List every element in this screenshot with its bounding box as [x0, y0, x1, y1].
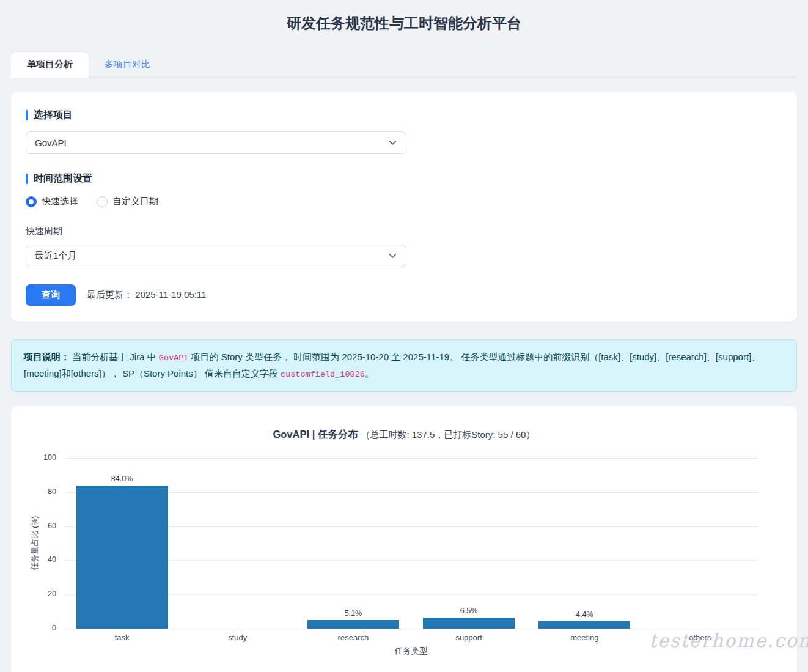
- page-title: 研发任务规范性与工时智能分析平台: [11, 0, 797, 33]
- chart-title-sub: （总工时数: 137.5，已打标Story: 55 / 60）: [361, 429, 535, 440]
- section-accent-bar: [26, 174, 28, 184]
- radio-unchecked-icon[interactable]: [97, 196, 108, 207]
- radio-quick-label: 快速选择: [42, 196, 78, 207]
- radio-quick-select[interactable]: 快速选择: [26, 196, 78, 207]
- filter-card: 选择项目 GovAPI 时间范围设置 快速选择 自定义日期 快速周期 最近1个月: [11, 92, 797, 322]
- x-category-label-task: task: [115, 633, 130, 642]
- x-category-label-research: research: [338, 633, 369, 642]
- gridline: [64, 629, 758, 629]
- y-tick-label: 100: [43, 453, 56, 462]
- tab-single-project[interactable]: 单项目分析: [11, 52, 89, 78]
- chart-title: GovAPI | 任务分布 （总工时数: 137.5，已打标Story: 55 …: [11, 428, 797, 441]
- quick-period-select[interactable]: 最近1个月: [26, 245, 406, 267]
- time-section-title: 时间范围设置: [26, 172, 782, 185]
- gridline: [64, 526, 758, 527]
- radio-custom-label: 自定义日期: [112, 196, 158, 207]
- y-tick-label: 60: [48, 522, 56, 530]
- bar-value-label-support: 6.5%: [460, 607, 478, 615]
- bar-value-label-research: 5.1%: [345, 609, 362, 618]
- x-category-label-support: support: [455, 633, 482, 642]
- action-row: 查询 最后更新： 2025-11-19 05:11: [26, 284, 782, 306]
- bar-value-label-meeting: 4.4%: [576, 610, 593, 619]
- tab-bar: 单项目分析 多项目对比: [11, 52, 797, 78]
- page: 研发任务规范性与工时智能分析平台 单项目分析 多项目对比 选择项目 GovAPI…: [0, 0, 808, 672]
- banner-text-1: 当前分析基于 Jira 中: [70, 352, 159, 362]
- chevron-down-icon: [388, 251, 397, 260]
- gridline: [64, 492, 758, 493]
- bar-meeting: [538, 621, 630, 629]
- x-category-label-meeting: meeting: [570, 633, 598, 642]
- project-section-title: 选择项目: [26, 109, 782, 122]
- last-update: 最后更新： 2025-11-19 05:11: [87, 289, 206, 301]
- banner-code-field: customfield_10026: [281, 370, 365, 379]
- bar-value-label-task: 84.0%: [111, 474, 133, 483]
- y-axis-title: 任务量占比 (%): [29, 516, 40, 570]
- quick-period-value: 最近1个月: [35, 250, 76, 262]
- banner-text-3: 。: [365, 368, 374, 378]
- y-tick-label: 40: [48, 555, 56, 564]
- radio-custom-date[interactable]: 自定义日期: [97, 196, 158, 207]
- tab-multi-project[interactable]: 多项目对比: [89, 52, 166, 77]
- bar-research: [307, 620, 399, 629]
- query-button[interactable]: 查询: [26, 284, 76, 306]
- y-tick-label: 0: [52, 624, 56, 632]
- last-update-label: 最后更新：: [87, 289, 133, 300]
- radio-checked-icon[interactable]: [26, 196, 37, 207]
- chevron-down-icon: [388, 138, 397, 147]
- banner-code-project: GovAPI: [159, 353, 189, 363]
- gridline: [64, 594, 758, 595]
- bar-task: [76, 486, 168, 629]
- time-section-title-text: 时间范围设置: [34, 172, 92, 185]
- plot-area: 02040608010084.0%taskstudy5.1%research6.…: [64, 458, 758, 629]
- banner-title: 项目说明：: [24, 352, 70, 362]
- project-section-title-text: 选择项目: [34, 109, 73, 122]
- bar-support: [423, 618, 515, 629]
- quick-period-label: 快速周期: [26, 226, 782, 237]
- last-update-value: 2025-11-19 05:11: [135, 289, 206, 300]
- y-tick-label: 20: [48, 589, 56, 598]
- project-select-value: GovAPI: [35, 138, 67, 148]
- watermark: testerhome.com: [649, 630, 808, 651]
- project-select[interactable]: GovAPI: [26, 131, 406, 154]
- gridline: [64, 458, 758, 459]
- y-tick-label: 80: [48, 487, 56, 496]
- project-info-banner: 项目说明： 当前分析基于 Jira 中 GovAPI 项目的 Story 类型任…: [11, 339, 797, 392]
- chart-title-main: GovAPI | 任务分布: [273, 429, 358, 440]
- time-mode-radio-group: 快速选择 自定义日期: [26, 196, 782, 207]
- x-category-label-study: study: [228, 633, 247, 642]
- section-accent-bar: [26, 110, 28, 120]
- gridline: [64, 560, 758, 561]
